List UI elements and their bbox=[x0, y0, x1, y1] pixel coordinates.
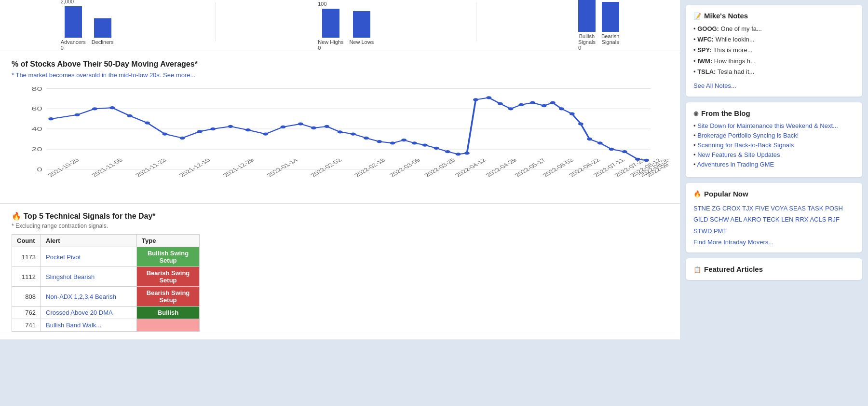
svg-text:2021-11-23: 2021-11-23 bbox=[134, 157, 168, 178]
new-highs-bar-fill bbox=[322, 9, 339, 38]
svg-point-41 bbox=[498, 102, 503, 105]
svg-point-27 bbox=[338, 130, 343, 133]
count-3: 808 bbox=[12, 287, 41, 307]
svg-text:2022-04-12: 2022-04-12 bbox=[453, 157, 488, 178]
ticker-stwd[interactable]: STWD bbox=[693, 227, 712, 235]
chart-divider-2 bbox=[476, 2, 476, 41]
axis-bottom-hl: 0 bbox=[318, 45, 321, 51]
ticker-len[interactable]: LEN bbox=[781, 216, 793, 223]
sidebar: Mike's Notes GOOG: One of my fa... WFC: … bbox=[680, 0, 868, 406]
blog-link-4[interactable]: New Features & Site Updates bbox=[697, 151, 780, 158]
ticker-teck[interactable]: TECK bbox=[763, 216, 780, 223]
bearish-signals-bar: BearishSignals bbox=[601, 2, 619, 45]
blog-post-2: Brokerage Portfolio Syncing is Back! bbox=[693, 132, 854, 139]
count-2: 1112 bbox=[12, 267, 41, 287]
ticker-rjf[interactable]: RJF bbox=[828, 216, 840, 223]
note-spy-text: This is more... bbox=[713, 46, 753, 54]
table-row: 1173 Pocket Pivot Bullish Swing Setup bbox=[12, 247, 200, 267]
blog-link-2[interactable]: Brokerage Portfolio Syncing is Back! bbox=[697, 132, 799, 139]
col-count: Count bbox=[12, 235, 41, 247]
new-lows-label: New Lows bbox=[349, 39, 374, 45]
note-iwm-text: How things h... bbox=[714, 57, 756, 65]
svg-point-17 bbox=[180, 137, 185, 140]
note-wfc-text: While lookin... bbox=[716, 36, 755, 43]
ticker-rrx[interactable]: RRX bbox=[795, 216, 808, 223]
bearish-bar-fill bbox=[602, 2, 619, 32]
blog-link-3[interactable]: Scanning for Back-to-Back Signals bbox=[697, 141, 794, 149]
svg-point-32 bbox=[401, 139, 407, 141]
featured-articles-title: Featured Articles bbox=[693, 265, 854, 273]
new-highs-bar: New Highs bbox=[318, 9, 343, 45]
svg-point-53 bbox=[622, 150, 627, 153]
note-iwm: IWM: How things h... bbox=[693, 57, 854, 66]
svg-text:2021-11-05: 2021-11-05 bbox=[90, 157, 124, 178]
blog-link-5[interactable]: Adventures in Trading GME bbox=[697, 161, 774, 168]
svg-text:2022-03-09: 2022-03-09 bbox=[388, 157, 422, 178]
new-highs-label: New Highs bbox=[318, 39, 343, 45]
svg-text:2022-02-02: 2022-02-02 bbox=[309, 157, 343, 178]
new-lows-bar: New Lows bbox=[349, 11, 374, 45]
ticker-voya[interactable]: VOYA bbox=[771, 205, 787, 212]
alert-5[interactable]: Bullish Band Walk... bbox=[41, 319, 137, 332]
svg-point-23 bbox=[281, 126, 286, 128]
svg-text:60: 60 bbox=[31, 106, 42, 112]
notes-icon bbox=[693, 12, 701, 20]
popular-now-title: Popular Now bbox=[693, 190, 854, 198]
svg-point-42 bbox=[508, 107, 514, 110]
ticker-tjx[interactable]: TJX bbox=[742, 205, 753, 212]
note-goog-text: One of my fa... bbox=[721, 25, 762, 32]
alert-4[interactable]: Crossed Above 20 DMA bbox=[41, 307, 137, 319]
type-5 bbox=[137, 319, 200, 332]
svg-text:2022-03-25: 2022-03-25 bbox=[422, 157, 457, 178]
ticker-gild[interactable]: GILD bbox=[693, 216, 708, 223]
advancers-bar-fill bbox=[65, 6, 82, 38]
ticker-goog: GOOG: bbox=[697, 25, 719, 32]
svg-point-28 bbox=[351, 132, 356, 135]
alert-1[interactable]: Pocket Pivot bbox=[41, 247, 137, 267]
svg-point-13 bbox=[109, 106, 115, 109]
ticker-seas[interactable]: SEAS bbox=[789, 205, 806, 212]
ticker-zg[interactable]: ZG bbox=[712, 205, 720, 212]
line-chart-svg: 80 60 40 20 0 bbox=[12, 84, 668, 195]
svg-point-26 bbox=[324, 125, 329, 128]
ticker-ael[interactable]: AEL bbox=[731, 216, 742, 223]
ticker-five[interactable]: FIVE bbox=[755, 205, 769, 212]
high-low-chart: 100 New Highs New Lows 0 bbox=[318, 1, 374, 51]
ticker-acls[interactable]: ACLS bbox=[810, 216, 826, 223]
advancers-bar: Advancers bbox=[61, 6, 86, 45]
svg-point-52 bbox=[609, 148, 614, 151]
see-all-notes-link[interactable]: See All Notes... bbox=[693, 82, 736, 89]
axis-top-adv: 2,000 bbox=[61, 0, 74, 4]
svg-point-10 bbox=[48, 117, 54, 120]
ticker-crox[interactable]: CROX bbox=[722, 205, 741, 212]
rss-icon bbox=[693, 109, 698, 117]
ticker-task[interactable]: TASK bbox=[807, 205, 823, 212]
adv-decl-chart: 2,000 Advancers Decliners 0 bbox=[61, 0, 114, 51]
ticker-akro[interactable]: AKRO bbox=[744, 216, 761, 223]
find-more-link[interactable]: Find More Intraday Movers... bbox=[693, 238, 854, 246]
svg-point-20 bbox=[228, 125, 233, 128]
svg-text:2021-12-29: 2021-12-29 bbox=[221, 157, 256, 178]
svg-text:0: 0 bbox=[37, 166, 42, 172]
svg-text:2022-02-18: 2022-02-18 bbox=[353, 157, 387, 178]
svg-point-39 bbox=[473, 98, 478, 101]
ticker-stne[interactable]: STNE bbox=[693, 205, 710, 212]
bullish-bar-fill bbox=[578, 0, 596, 32]
svg-point-34 bbox=[422, 143, 428, 146]
svg-point-44 bbox=[530, 101, 535, 104]
svg-point-46 bbox=[550, 101, 556, 104]
ticker-pmt[interactable]: PMT bbox=[714, 227, 727, 235]
svg-point-12 bbox=[92, 107, 97, 110]
svg-text:20: 20 bbox=[31, 146, 42, 153]
axis-bottom-bb: 0 bbox=[578, 45, 581, 51]
moving-avg-section: % of Stocks Above Their 50-Day Moving Av… bbox=[0, 51, 680, 203]
alert-2[interactable]: Slingshot Bearish bbox=[41, 267, 137, 287]
ticker-spy: SPY: bbox=[697, 46, 711, 54]
count-1: 1173 bbox=[12, 247, 41, 267]
moving-avg-subtitle[interactable]: * The market becomes oversold in the mid… bbox=[12, 71, 668, 79]
ticker-schw[interactable]: SCHW bbox=[710, 216, 729, 223]
alert-3[interactable]: Non-ADX 1,2,3,4 Bearish bbox=[41, 287, 137, 307]
blog-link-1[interactable]: Site Down for Maintenance this Weekend &… bbox=[697, 122, 838, 129]
count-5: 741 bbox=[12, 319, 41, 332]
ticker-posh[interactable]: POSH bbox=[825, 205, 843, 212]
